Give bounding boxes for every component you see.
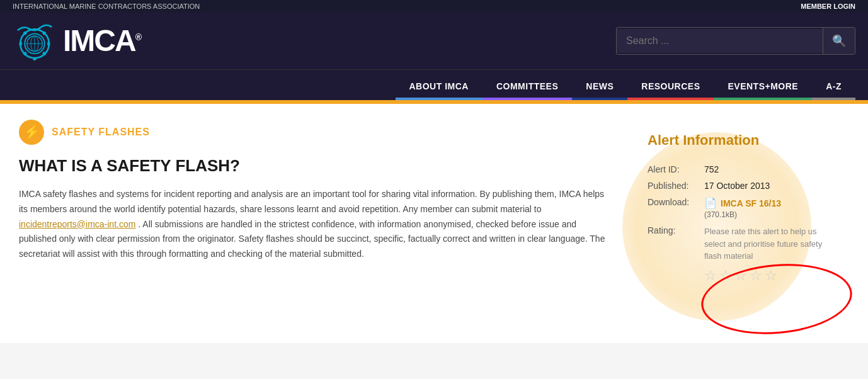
- member-login[interactable]: MEMBER LOGIN: [801, 3, 855, 10]
- alert-rating-label: Rating:: [648, 222, 704, 287]
- search-button[interactable]: 🔍: [823, 28, 855, 54]
- search-box: 🔍: [616, 27, 855, 55]
- alert-id-value: 752: [704, 161, 837, 178]
- alert-download-cell: 📄 IMCA SF 16/13 (370.1kB): [704, 194, 837, 222]
- page-title: WHAT IS A SAFETY FLASH?: [19, 156, 610, 176]
- email-link[interactable]: incidentreports@imca-int.com: [19, 219, 135, 229]
- content-area: ⚡ SAFETY FLASHES WHAT IS A SAFETY FLASH?…: [0, 104, 868, 343]
- download-text: IMCA SF 16/13: [721, 198, 781, 208]
- alert-box: Alert Information Alert ID: 752 Publishe…: [635, 120, 849, 300]
- alert-published-row: Published: 17 October 2013: [648, 178, 837, 194]
- header: IMCA® 🔍: [0, 13, 868, 69]
- top-bar: INTERNATIONAL MARINE CONTRACTORS ASSOCIA…: [0, 0, 868, 13]
- star-5[interactable]: ☆: [765, 268, 777, 284]
- alert-sidebar: Alert Information Alert ID: 752 Publishe…: [635, 120, 849, 327]
- content-wrapper: ⚡ SAFETY FLASHES WHAT IS A SAFETY FLASH?…: [0, 104, 868, 343]
- star-2[interactable]: ☆: [719, 268, 732, 284]
- search-input[interactable]: [617, 29, 823, 53]
- logo-icon: [13, 19, 57, 63]
- nav-item-committees[interactable]: COMMITTEES: [483, 70, 572, 100]
- alert-title: Alert Information: [648, 132, 837, 149]
- svg-rect-7: [33, 57, 36, 60]
- logo-text: IMCA®: [63, 26, 140, 56]
- safety-header: ⚡ SAFETY FLASHES: [19, 120, 610, 145]
- svg-rect-8: [20, 42, 22, 45]
- pdf-icon: 📄: [704, 197, 717, 209]
- alert-rating-row: Rating: Please rate this alert to help u…: [648, 222, 837, 287]
- safety-section-label: SAFETY FLASHES: [52, 127, 150, 138]
- alert-published-value: 17 October 2013: [704, 178, 837, 194]
- star-4[interactable]: ☆: [750, 268, 762, 284]
- alert-rating-cell: Please rate this alert to help us select…: [704, 222, 837, 287]
- star-rating[interactable]: ☆ ☆ ☆ ☆ ☆: [704, 268, 837, 284]
- star-3[interactable]: ☆: [734, 268, 747, 284]
- nav-bar: ABOUT IMCA COMMITTEES NEWS RESOURCES EVE…: [0, 69, 868, 100]
- svg-rect-9: [47, 42, 50, 45]
- alert-download-label: Download:: [648, 194, 704, 222]
- nav-item-events[interactable]: EVENTS+MORE: [714, 70, 812, 100]
- star-1[interactable]: ☆: [704, 268, 717, 284]
- alert-table: Alert ID: 752 Published: 17 October 2013…: [648, 161, 837, 287]
- org-name: INTERNATIONAL MARINE CONTRACTORS ASSOCIA…: [13, 3, 200, 10]
- logo-area[interactable]: IMCA®: [13, 19, 151, 63]
- lightning-icon: ⚡: [19, 120, 44, 145]
- alert-id-label: Alert ID:: [648, 161, 704, 178]
- rating-text: Please rate this alert to help us select…: [704, 225, 837, 263]
- alert-published-label: Published:: [648, 178, 704, 194]
- alert-id-row: Alert ID: 752: [648, 161, 837, 178]
- nav-item-resources[interactable]: RESOURCES: [627, 70, 714, 100]
- nav-item-az[interactable]: A-Z: [812, 70, 855, 100]
- nav-item-about[interactable]: ABOUT IMCA: [396, 70, 483, 100]
- body-text: IMCA safety flashes and systems for inci…: [19, 187, 610, 262]
- main-content: ⚡ SAFETY FLASHES WHAT IS A SAFETY FLASH?…: [19, 120, 635, 327]
- search-area: 🔍: [164, 27, 855, 55]
- file-size: (370.1kB): [704, 210, 837, 219]
- download-link[interactable]: 📄 IMCA SF 16/13: [704, 197, 837, 209]
- alert-download-row: Download: 📄 IMCA SF 16/13 (370.1kB): [648, 194, 837, 222]
- nav-item-news[interactable]: NEWS: [572, 70, 627, 100]
